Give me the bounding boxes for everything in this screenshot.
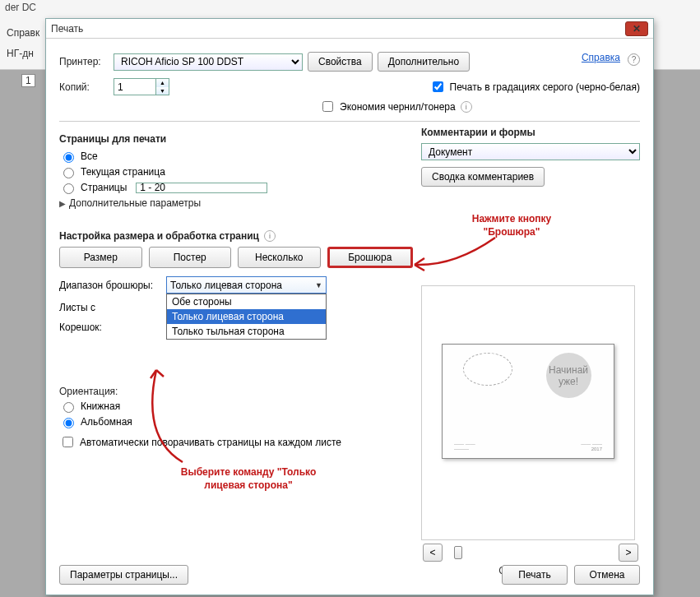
tab-size-button[interactable]: Размер — [59, 247, 142, 268]
dd-option-both[interactable]: Обе стороны — [167, 294, 326, 309]
grayscale-checkbox[interactable]: Печать в градациях серого (черно-белая) — [429, 79, 640, 95]
annotation-booklet: Нажмите кнопку "Брошюра" — [446, 213, 577, 238]
radio-current[interactable]: Текущая страница — [59, 165, 413, 178]
page-sizing-group: Настройка размера и обработка страниц i … — [59, 224, 413, 458]
dialog-titlebar: Печать ✕ — [46, 19, 653, 39]
summarize-comments-button[interactable]: Сводка комментариев — [421, 167, 545, 187]
close-icon: ✕ — [633, 23, 641, 35]
next-page-button[interactable]: > — [619, 544, 638, 562]
slider-handle[interactable] — [454, 546, 462, 559]
copies-spinner[interactable]: ▲▼ — [114, 78, 169, 95]
radio-portrait[interactable]: Книжная — [59, 400, 413, 413]
sheets-from-label: Листы с — [59, 302, 166, 313]
binding-label: Корешок: — [59, 322, 166, 333]
spin-down-icon[interactable]: ▼ — [156, 87, 169, 95]
triangle-right-icon: ▶ — [59, 199, 66, 208]
cancel-button[interactable]: Отмена — [574, 565, 640, 585]
advanced-button[interactable]: Дополнительно — [378, 52, 470, 72]
pages-range-input[interactable] — [136, 183, 267, 193]
save-ink-checkbox[interactable]: Экономия чернил/тонера — [319, 99, 456, 114]
orientation-label: Ориентация: — [59, 386, 413, 397]
comments-group-title: Комментарии и формы — [421, 127, 640, 138]
spin-up-icon[interactable]: ▲ — [156, 79, 169, 87]
close-button[interactable]: ✕ — [625, 21, 648, 36]
printer-select[interactable]: RICOH Aficio SP 100 DDST — [114, 53, 303, 71]
page-slider[interactable] — [449, 551, 612, 554]
print-button[interactable]: Печать — [502, 565, 568, 585]
autorotate-checkbox[interactable]: Автоматически поворачивать страницы на к… — [59, 434, 341, 450]
copies-label: Копий: — [59, 81, 109, 93]
booklet-subset-label: Диапазон брошюры: — [59, 280, 166, 291]
printer-label: Принтер: — [59, 56, 109, 67]
print-preview: Начинайуже! —— ————— —— ——2017 — [421, 285, 635, 540]
pages-to-print-group: Страницы для печати Все Текущая страница… — [59, 127, 413, 217]
more-options-toggle[interactable]: ▶Дополнительные параметры — [59, 197, 413, 209]
page-number-box[interactable]: 1 — [21, 74, 35, 87]
info-icon[interactable]: i — [264, 230, 276, 242]
radio-landscape[interactable]: Альбомная — [59, 415, 413, 428]
copies-input[interactable] — [114, 79, 155, 95]
help-link[interactable]: Справка — [582, 52, 620, 63]
help-icon[interactable]: ? — [628, 53, 640, 66]
chevron-right-icon: > — [625, 547, 631, 558]
tab-poster-button[interactable]: Постер — [149, 247, 232, 268]
pages-group-title: Страницы для печати — [59, 133, 413, 145]
page-setup-button[interactable]: Параметры страницы... — [59, 565, 188, 585]
print-dialog: Печать ✕ Справка ? Принтер: RICOH Aficio… — [45, 18, 654, 595]
tab-label[interactable]: НГ-дн — [7, 48, 34, 59]
annotation-select: Выберите команду "Только лицевая сторона… — [166, 466, 331, 492]
tab-multiple-button[interactable]: Несколько — [238, 247, 321, 268]
dialog-title: Печать — [51, 23, 83, 35]
chevron-down-icon: ▼ — [315, 281, 322, 289]
booklet-subset-dropdown[interactable]: Только лицевая сторона ▼ Обе стороны Тол… — [166, 276, 327, 294]
info-icon[interactable]: i — [461, 101, 472, 113]
chevron-left-icon: < — [429, 547, 435, 558]
menu-help[interactable]: Справк — [7, 27, 39, 39]
tab-booklet-button[interactable]: Брошюра — [327, 247, 414, 268]
prev-page-button[interactable]: < — [423, 544, 443, 562]
radio-pages[interactable]: Страницы — [59, 181, 413, 194]
page-thumbnail: Начинайуже! —— ————— —— ——2017 — [442, 344, 614, 459]
sizing-group-title: Настройка размера и обработка страниц — [59, 230, 259, 242]
app-title: der DC — [5, 2, 36, 13]
comments-select[interactable]: Документ — [421, 143, 640, 160]
radio-all[interactable]: Все — [59, 150, 413, 163]
dd-option-back[interactable]: Только тыльная сторона — [167, 324, 326, 339]
properties-button[interactable]: Свойства — [308, 52, 373, 72]
dd-option-front[interactable]: Только лицевая сторона — [167, 309, 326, 324]
